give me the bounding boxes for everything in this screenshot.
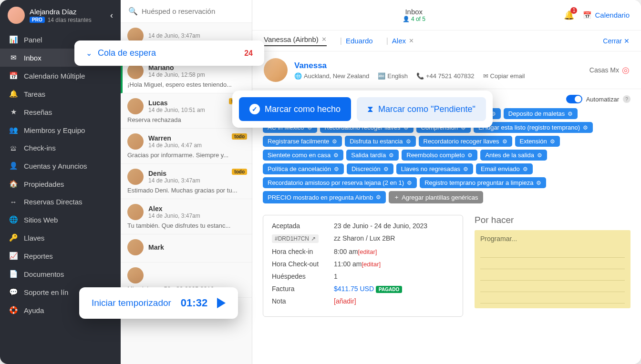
- conversation-item[interactable]: Mark: [121, 234, 252, 263]
- gear-icon[interactable]: ⚙: [389, 152, 394, 159]
- notifications-button[interactable]: 🔔 1: [564, 10, 574, 20]
- queue-popover[interactable]: ⌄ Cola de espera 24: [74, 40, 264, 66]
- timer-value: 01:32: [181, 297, 207, 309]
- todo-placeholder: Programar...: [480, 235, 625, 243]
- checkin-label: Hora check-in: [272, 248, 334, 255]
- add-note-link[interactable]: [añadir]: [334, 297, 356, 305]
- template-tag[interactable]: PRECIO mostrado en pregunta Airbnb⚙: [263, 191, 386, 203]
- calendar-link[interactable]: 📅 Calendario: [583, 11, 630, 20]
- edit-checkin-link[interactable]: [editar]: [358, 248, 377, 255]
- tab-eduardo[interactable]: Eduardo: [346, 37, 373, 45]
- gear-icon[interactable]: ⚙: [568, 111, 573, 117]
- template-tag[interactable]: Sientete como en casa⚙: [263, 150, 343, 161]
- nav-icon: 👥: [9, 126, 18, 134]
- nav-item-reservas-directas[interactable]: ↔Reservas Directas: [0, 193, 121, 211]
- template-tag[interactable]: Salida tardía⚙: [346, 150, 399, 161]
- template-tag[interactable]: Discreción⚙: [347, 163, 393, 174]
- user-avatar[interactable]: [8, 7, 25, 24]
- gear-icon[interactable]: ⚙: [550, 138, 555, 145]
- mark-done-button[interactable]: ✓ Marcar como hecho: [239, 97, 351, 121]
- todo-panel: Por hacer Programar...: [475, 215, 631, 317]
- template-tag[interactable]: Reembolso completo⚙: [402, 150, 477, 161]
- template-tag[interactable]: Registro temprano preguntar a limpieza⚙: [420, 177, 546, 188]
- conversation-item[interactable]: Denis 14 de Junio, 3:47am Estimado Deni.…: [121, 164, 252, 199]
- nav-item-propiedades[interactable]: 🏠Propiedades: [0, 175, 121, 193]
- tab-alex[interactable]: Alex✕: [392, 37, 414, 45]
- nav-icon: ↔: [9, 198, 18, 206]
- template-label: Recordatorio recoger llaves: [424, 138, 499, 145]
- automate-toggle[interactable]: [566, 95, 582, 103]
- guest-avatar[interactable]: [264, 58, 288, 82]
- template-tag[interactable]: Antes de la salida⚙: [480, 150, 547, 161]
- nav-icon: 🛎: [9, 144, 18, 152]
- template-label: Salida tardía: [351, 152, 386, 159]
- close-icon[interactable]: ✕: [409, 37, 414, 44]
- checkin-value: 8:00 am: [334, 248, 358, 255]
- gear-icon[interactable]: ⚙: [334, 166, 339, 172]
- gear-icon[interactable]: ⚙: [583, 124, 588, 131]
- conv-preview: Tu también. Que disfrutes tu estanc...: [127, 222, 246, 229]
- chevron-down-icon: ⌄: [86, 49, 92, 58]
- search-input[interactable]: [142, 7, 244, 15]
- mark-pending-button[interactable]: ⧗ Marcar como "Pendiente": [357, 97, 486, 121]
- reservation-code[interactable]: #DRD1H7CN ↗: [272, 234, 319, 243]
- guest-name[interactable]: Vanessa: [294, 61, 583, 71]
- help-icon[interactable]: ?: [623, 95, 631, 103]
- gear-icon[interactable]: ⚙: [333, 152, 339, 159]
- template-tag[interactable]: Email enviado⚙: [476, 163, 533, 174]
- template-label: Política de cancelación: [268, 165, 331, 172]
- conv-avatar: [127, 204, 144, 220]
- nav-item-miembros-y-equipo[interactable]: 👥Miembros y Equipo: [0, 121, 121, 139]
- collapse-sidebar-icon[interactable]: ‹: [110, 10, 113, 20]
- gear-icon[interactable]: ⚙: [376, 194, 381, 201]
- conversation-item[interactable]: Warren 14 de Junio, 4:47 am Gracias por …: [121, 129, 252, 164]
- nav-item-calendario-múltiple[interactable]: 📅Calendario Múltiple: [0, 67, 121, 85]
- conv-name: Mark: [148, 243, 164, 251]
- gear-icon[interactable]: ⚙: [332, 138, 337, 145]
- template-tag[interactable]: Deposito de maletas⚙: [504, 108, 578, 119]
- actions-popover: ✓ Marcar como hecho ⧗ Marcar como "Pendi…: [232, 91, 493, 128]
- add-template-button[interactable]: ＋Agregar plantillas genéricas: [389, 191, 483, 203]
- gear-icon[interactable]: ⚙: [537, 152, 542, 159]
- nav-item-reseñas[interactable]: ★Reseñas: [0, 103, 121, 121]
- template-label: Reembolso completo: [406, 152, 465, 159]
- gear-icon[interactable]: ⚙: [383, 166, 389, 172]
- gear-icon[interactable]: ⚙: [502, 138, 507, 145]
- gear-icon[interactable]: ⚙: [407, 180, 412, 186]
- template-label: Deposito de maletas: [508, 110, 565, 117]
- search-icon: 🔍: [128, 7, 138, 16]
- nav-item-tareas[interactable]: 🔔Tareas: [0, 85, 121, 103]
- template-tag[interactable]: Recordatorio amistoso por reserva lejana…: [263, 177, 417, 188]
- bell-badge: 1: [570, 7, 577, 14]
- nav-item-documentos[interactable]: 📄Documentos: [0, 265, 121, 283]
- nav-icon: 💬: [9, 288, 18, 296]
- gear-icon[interactable]: ⚙: [406, 138, 411, 145]
- template-tag[interactable]: Llaves no regresadas⚙: [396, 163, 473, 174]
- gear-icon[interactable]: ⚙: [523, 166, 528, 172]
- nav-item-reportes[interactable]: 📈Reportes: [0, 247, 121, 265]
- close-icon[interactable]: ✕: [321, 36, 327, 43]
- close-all-link[interactable]: Cerrar ✕: [603, 37, 630, 45]
- tab-vanessa[interactable]: Vanessa (Airbnb)✕: [264, 35, 327, 46]
- gear-icon[interactable]: ⚙: [463, 166, 468, 172]
- nav-label: Tareas: [24, 90, 45, 98]
- template-tag[interactable]: Recordatorio recoger llaves⚙: [419, 136, 512, 147]
- nav-icon: 🌐: [9, 215, 18, 224]
- nav-item-check-ins[interactable]: 🛎Check-ins: [0, 139, 121, 157]
- todo-note[interactable]: Programar...: [475, 230, 631, 308]
- invoice-amount[interactable]: $411.75 USD: [334, 285, 374, 293]
- nav-item-cuentas-y-anuncios[interactable]: 👤Cuentas y Anuncios: [0, 157, 121, 175]
- play-icon[interactable]: [217, 298, 226, 308]
- gear-icon[interactable]: ⚙: [536, 180, 541, 186]
- edit-checkout-link[interactable]: [editar]: [362, 261, 381, 268]
- template-tag[interactable]: Extensión⚙: [515, 136, 560, 147]
- copy-email-link[interactable]: ✉ Copiar email: [483, 72, 525, 80]
- nav-item-llaves[interactable]: 🔑Llaves: [0, 229, 121, 247]
- template-tag[interactable]: Política de cancelación⚙: [263, 163, 344, 174]
- nav-item-sitios-web[interactable]: 🌐Sitios Web: [0, 211, 121, 229]
- template-tag[interactable]: Disfruta tu estancia⚙: [345, 136, 415, 147]
- conv-preview: ¡Hola Miguel, espero estes teniendo...: [127, 81, 246, 88]
- conversation-item[interactable]: Alex 14 de Junio, 3:47am Tu también. Que…: [121, 199, 252, 234]
- gear-icon[interactable]: ⚙: [467, 152, 473, 159]
- template-tag[interactable]: Registrarse facilmente⚙: [263, 136, 342, 147]
